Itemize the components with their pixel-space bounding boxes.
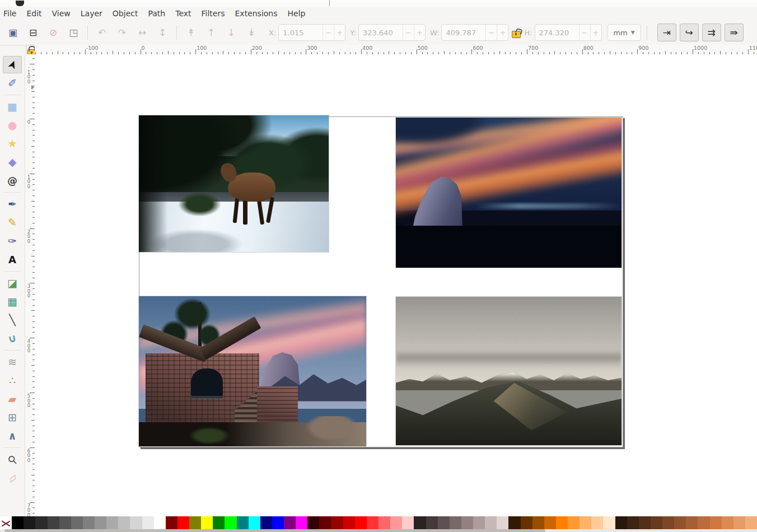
color-swatch[interactable] xyxy=(284,516,296,529)
color-swatch[interactable] xyxy=(461,516,473,529)
color-swatch[interactable] xyxy=(95,516,106,529)
color-swatch[interactable] xyxy=(378,516,390,529)
photo-halfdome[interactable] xyxy=(396,118,622,268)
tweak-tool[interactable]: ≋ xyxy=(3,353,22,371)
rectangle-tool[interactable]: ■ xyxy=(3,98,22,115)
menu-text[interactable]: Text xyxy=(170,8,196,19)
color-swatch[interactable] xyxy=(710,516,722,529)
color-swatch[interactable] xyxy=(260,516,272,529)
pen-tool[interactable]: ✒ xyxy=(3,195,22,213)
node-tool[interactable]: ✐ xyxy=(3,74,22,92)
color-swatch[interactable] xyxy=(485,516,497,529)
scale-stroke-toggle[interactable]: ⇥ xyxy=(657,24,676,41)
color-swatch[interactable] xyxy=(319,516,331,529)
dropper-tool[interactable]: ╲ xyxy=(3,311,22,329)
menu-edit[interactable]: Edit xyxy=(21,8,46,19)
w-field[interactable]: 409.787 − + xyxy=(441,24,508,41)
lower-button[interactable]: ↓ xyxy=(224,25,239,40)
color-swatch[interactable] xyxy=(154,516,166,529)
menu-extensions[interactable]: Extensions xyxy=(230,8,283,19)
x-decrement-button[interactable]: − xyxy=(323,25,334,40)
color-swatch[interactable] xyxy=(355,516,367,529)
box3d-tool[interactable]: ◆ xyxy=(3,153,22,171)
color-swatch[interactable] xyxy=(118,516,130,529)
select-all-layers-button[interactable]: ⊟ xyxy=(26,25,40,40)
color-swatch[interactable] xyxy=(272,516,284,529)
rotate-ccw-button[interactable]: ↶ xyxy=(95,25,109,40)
menu-filters[interactable]: Filters xyxy=(197,8,230,19)
color-swatch[interactable] xyxy=(568,516,580,529)
color-swatch[interactable] xyxy=(142,516,154,529)
color-swatch[interactable] xyxy=(450,516,461,529)
color-swatch[interactable] xyxy=(249,516,260,529)
menu-layer[interactable]: Layer xyxy=(76,8,108,19)
color-swatch[interactable] xyxy=(402,516,414,529)
color-swatch[interactable] xyxy=(12,516,24,529)
color-swatch[interactable] xyxy=(390,516,402,529)
pencil-tool[interactable]: ✎ xyxy=(3,214,22,231)
color-swatch[interactable] xyxy=(473,516,485,529)
rotate-cw-button[interactable]: ↷ xyxy=(115,25,129,40)
gradient-tool[interactable]: ◪ xyxy=(3,274,22,292)
connector-tool[interactable]: ⊞ xyxy=(3,409,22,426)
color-swatch[interactable] xyxy=(166,516,177,529)
spiral-tool[interactable]: @ xyxy=(3,172,22,189)
canvas[interactable] xyxy=(35,54,757,516)
menu-file[interactable]: File xyxy=(0,8,21,19)
color-swatch[interactable] xyxy=(627,516,639,529)
color-swatch[interactable] xyxy=(189,516,201,529)
color-swatch[interactable] xyxy=(591,516,603,529)
color-swatch[interactable] xyxy=(35,516,47,529)
menu-help[interactable]: Help xyxy=(283,8,311,19)
x-increment-button[interactable]: + xyxy=(334,25,345,40)
color-swatch[interactable] xyxy=(225,516,236,529)
measure-tool[interactable]: ∧ xyxy=(3,427,22,445)
mesh-tool[interactable]: ▦ xyxy=(3,293,22,310)
selector-tool[interactable]: ➤ xyxy=(3,56,22,73)
color-swatch[interactable] xyxy=(603,516,615,529)
color-swatch[interactable] xyxy=(213,516,225,529)
color-swatch[interactable] xyxy=(733,516,745,529)
y-field[interactable]: 323.640 − + xyxy=(358,24,426,41)
vertical-ruler[interactable]: - 1 0 001 0 02 0 03 0 04 0 05 0 06 0 07 … xyxy=(25,54,35,516)
color-swatch[interactable] xyxy=(367,516,378,529)
w-increment-button[interactable]: + xyxy=(497,25,508,40)
color-swatch[interactable] xyxy=(237,516,249,529)
scale-corners-toggle[interactable]: ↪ xyxy=(680,24,699,41)
menu-view[interactable]: View xyxy=(47,8,76,19)
color-swatch[interactable] xyxy=(331,516,343,529)
color-swatch[interactable] xyxy=(521,516,532,529)
units-dropdown[interactable]: mm ▼ xyxy=(608,24,641,41)
color-swatch[interactable] xyxy=(662,516,674,529)
color-swatch[interactable] xyxy=(59,516,71,529)
color-swatch[interactable] xyxy=(745,516,757,529)
color-swatch[interactable] xyxy=(615,516,627,529)
w-decrement-button[interactable]: − xyxy=(485,25,497,40)
y-increment-button[interactable]: + xyxy=(414,25,425,40)
horizontal-scrollbar[interactable] xyxy=(0,529,757,532)
color-swatch[interactable] xyxy=(580,516,591,529)
h-field[interactable]: 274.320 − + xyxy=(535,24,602,41)
swatch-none[interactable] xyxy=(0,516,12,529)
raise-to-top-button[interactable]: ↟ xyxy=(184,25,198,40)
horizontal-ruler[interactable]: -100010020030040050060070080090010001100 xyxy=(35,45,757,55)
color-swatch[interactable] xyxy=(544,516,556,529)
deselect-button[interactable]: ⊘ xyxy=(46,25,60,40)
photo-elk[interactable] xyxy=(139,115,329,252)
star-tool[interactable]: ★ xyxy=(3,135,22,152)
color-swatch[interactable] xyxy=(426,516,438,529)
h-decrement-button[interactable]: − xyxy=(579,25,590,40)
lower-to-bottom-button[interactable]: ↡ xyxy=(244,25,259,40)
scrollbar-thumb[interactable] xyxy=(4,529,545,532)
select-all-button[interactable]: ▣ xyxy=(6,25,20,40)
color-swatch[interactable] xyxy=(414,516,426,529)
h-field-value[interactable]: 274.320 xyxy=(535,25,579,40)
color-swatch[interactable] xyxy=(651,516,662,529)
color-swatch[interactable] xyxy=(130,516,142,529)
color-swatch[interactable] xyxy=(307,516,319,529)
menu-path[interactable]: Path xyxy=(143,8,170,19)
photo-cabin[interactable] xyxy=(139,296,366,446)
text-tool[interactable]: A xyxy=(3,251,22,268)
calligraphy-tool[interactable]: ✑ xyxy=(3,232,22,250)
y-field-value[interactable]: 323.640 xyxy=(359,25,403,40)
